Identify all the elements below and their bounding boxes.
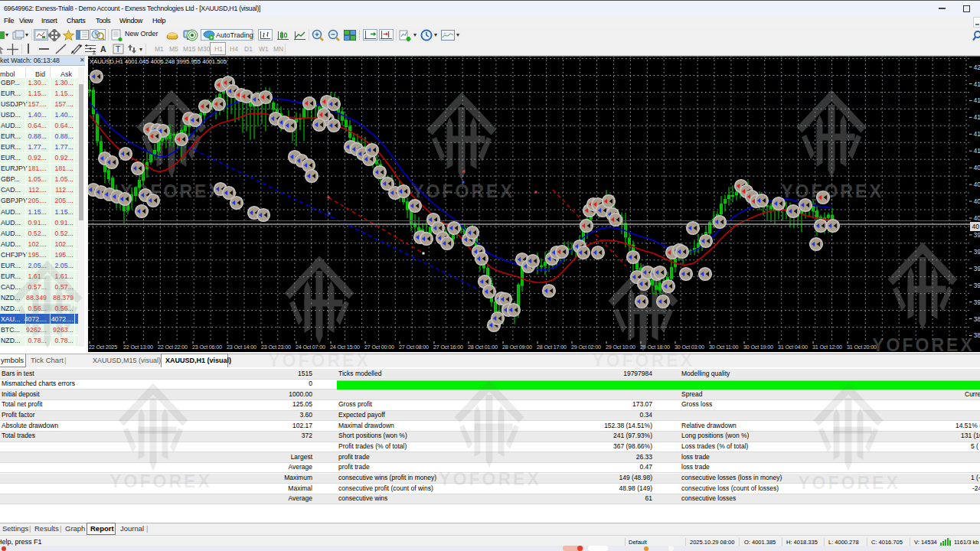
svg-text:XAUUSD,H1 4001.045 4006.248 39: XAUUSD,H1 4001.045 4006.248 3995.955 400… — [90, 58, 227, 65]
svg-text:30 Oct 11:00: 30 Oct 11:00 — [709, 344, 738, 350]
svg-text:23 Oct 23:00: 23 Oct 23:00 — [261, 344, 291, 350]
svg-text:31 Oct 20:00: 31 Oct 20:00 — [847, 344, 877, 350]
svg-text:4012: 4012 — [974, 214, 980, 222]
svg-text:23 Oct 06:00: 23 Oct 06:00 — [192, 344, 222, 350]
svg-text:4034: 4034 — [974, 197, 980, 205]
svg-text:3858: 3858 — [974, 331, 980, 339]
svg-text:4122: 4122 — [974, 130, 980, 138]
svg-text:29 Oct 02:00: 29 Oct 02:00 — [571, 344, 601, 350]
svg-text:22 Oct 2025: 22 Oct 2025 — [89, 344, 117, 350]
svg-text:23 Oct 14:00: 23 Oct 14:00 — [227, 344, 256, 350]
svg-text:27 Oct 00:00: 27 Oct 00:00 — [364, 344, 394, 350]
svg-text:28 Oct 01:00: 28 Oct 01:00 — [468, 344, 498, 350]
svg-text:27 Oct 08:00: 27 Oct 08:00 — [399, 344, 429, 350]
svg-text:40: 40 — [972, 223, 980, 230]
svg-text:28 Oct 17:00: 28 Oct 17:00 — [537, 344, 567, 350]
svg-text:4144: 4144 — [974, 113, 980, 121]
svg-text:T: T — [116, 45, 120, 54]
svg-text:3924: 3924 — [974, 282, 980, 289]
svg-text:3990: 3990 — [974, 231, 980, 239]
svg-text:24 Oct 07:00: 24 Oct 07:00 — [296, 344, 325, 350]
svg-text:4210: 4210 — [974, 64, 980, 71]
svg-text:27 Oct 16:00: 27 Oct 16:00 — [433, 344, 463, 350]
svg-text:4056: 4056 — [974, 181, 980, 188]
svg-text:4078: 4078 — [974, 164, 980, 171]
svg-text:3902: 3902 — [974, 298, 980, 306]
svg-text:29 Oct 10:00: 29 Oct 10:00 — [606, 344, 635, 350]
svg-text:3946: 3946 — [974, 265, 980, 272]
svg-text:3880: 3880 — [974, 315, 980, 323]
svg-text:31 Oct 12:00: 31 Oct 12:00 — [812, 344, 842, 350]
svg-text:4100: 4100 — [974, 147, 980, 155]
svg-text:YOFOREX: YOFOREX — [872, 335, 974, 354]
svg-text:4188: 4188 — [974, 80, 980, 88]
svg-text:22 Oct 13:00: 22 Oct 13:00 — [123, 344, 153, 350]
svg-text:24 Oct 15:00: 24 Oct 15:00 — [330, 344, 360, 350]
svg-text:31 Oct 04:00: 31 Oct 04:00 — [778, 344, 808, 350]
svg-text:3968: 3968 — [974, 248, 980, 256]
svg-text:29 Oct 18:00: 29 Oct 18:00 — [640, 344, 670, 350]
svg-text:30 Oct 19:00: 30 Oct 19:00 — [743, 344, 773, 350]
svg-text:22 Oct 22:00: 22 Oct 22:00 — [158, 344, 188, 350]
svg-text:4166: 4166 — [974, 96, 980, 104]
svg-text:30 Oct 03:00: 30 Oct 03:00 — [675, 344, 704, 350]
svg-text:28 Oct 09:00: 28 Oct 09:00 — [502, 344, 532, 350]
